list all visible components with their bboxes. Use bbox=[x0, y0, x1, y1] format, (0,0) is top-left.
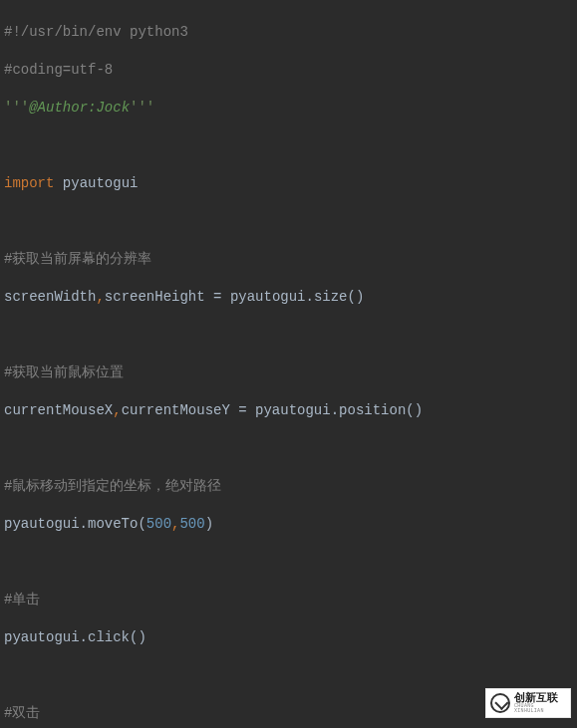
docstring-author: @Author:Jock bbox=[29, 100, 130, 116]
call: pyautogui.moveTo( bbox=[4, 516, 146, 532]
watermark-logo: 创新互联 CHUANG XINHULIAN bbox=[485, 688, 571, 718]
shebang-comment: #!/usr/bin/env python3 bbox=[4, 24, 188, 40]
call-target: pyautogui bbox=[255, 402, 331, 418]
identifier: screenWidth bbox=[4, 289, 96, 305]
comment-line: #单击 bbox=[4, 592, 40, 607]
blank-line bbox=[4, 136, 573, 155]
code-line: currentMouseX,currentMouseY = pyautogui.… bbox=[4, 401, 573, 420]
logo-icon bbox=[490, 693, 510, 713]
comment-line: #获取当前屏幕的分辨率 bbox=[4, 251, 151, 267]
logo-en: CHUANG XINHULIAN bbox=[514, 704, 566, 714]
docstring-open: ''' bbox=[4, 100, 29, 116]
op-eq: = bbox=[205, 289, 230, 305]
blank-line bbox=[4, 553, 573, 572]
docstring-close: ''' bbox=[130, 100, 154, 116]
paren-close: ) bbox=[205, 516, 213, 532]
op-eq: = bbox=[230, 402, 255, 418]
comment-line: #鼠标移动到指定的坐标，绝对路径 bbox=[4, 478, 221, 494]
import-keyword: import bbox=[4, 175, 54, 191]
call: pyautogui.click() bbox=[4, 629, 146, 645]
number-literal: 500 bbox=[146, 516, 171, 532]
code-line: import pyautogui bbox=[4, 174, 573, 193]
code-line: #coding=utf-8 bbox=[4, 61, 573, 80]
coding-comment: #coding=utf-8 bbox=[4, 62, 113, 78]
blank-line bbox=[4, 666, 573, 685]
identifier: currentMouseX bbox=[4, 402, 113, 418]
number-literal: 500 bbox=[179, 516, 204, 532]
code-line: pyautogui.click() bbox=[4, 628, 573, 647]
code-line: pyautogui.moveTo(500,500) bbox=[4, 515, 573, 534]
blank-line bbox=[4, 212, 573, 231]
code-line: #!/usr/bin/env python3 bbox=[4, 23, 573, 42]
blank-line bbox=[4, 326, 573, 345]
import-module: pyautogui bbox=[54, 175, 138, 191]
blank-line bbox=[4, 439, 573, 458]
code-line: #获取当前鼠标位置 bbox=[4, 364, 573, 382]
logo-text: 创新互联 CHUANG XINHULIAN bbox=[514, 692, 566, 714]
code-line: #鼠标移动到指定的坐标，绝对路径 bbox=[4, 477, 573, 496]
call-method: .size() bbox=[306, 289, 365, 305]
code-line: #获取当前屏幕的分辨率 bbox=[4, 250, 573, 269]
comment-line: #获取当前鼠标位置 bbox=[4, 364, 124, 380]
comma: , bbox=[113, 402, 121, 418]
logo-cn: 创新互联 bbox=[514, 692, 566, 703]
code-line: '''@Author:Jock''' bbox=[4, 99, 573, 118]
identifier: currentMouseY bbox=[122, 402, 230, 418]
code-editor[interactable]: #!/usr/bin/env python3 #coding=utf-8 '''… bbox=[0, 0, 577, 728]
call-target: pyautogui bbox=[230, 289, 306, 305]
identifier: screenHeight bbox=[105, 289, 205, 305]
comma: , bbox=[96, 289, 104, 305]
comment-line: #双击 bbox=[4, 705, 40, 721]
call-method: .position() bbox=[331, 402, 423, 418]
code-line: #单击 bbox=[4, 591, 573, 609]
code-line: screenWidth,screenHeight = pyautogui.siz… bbox=[4, 288, 573, 307]
